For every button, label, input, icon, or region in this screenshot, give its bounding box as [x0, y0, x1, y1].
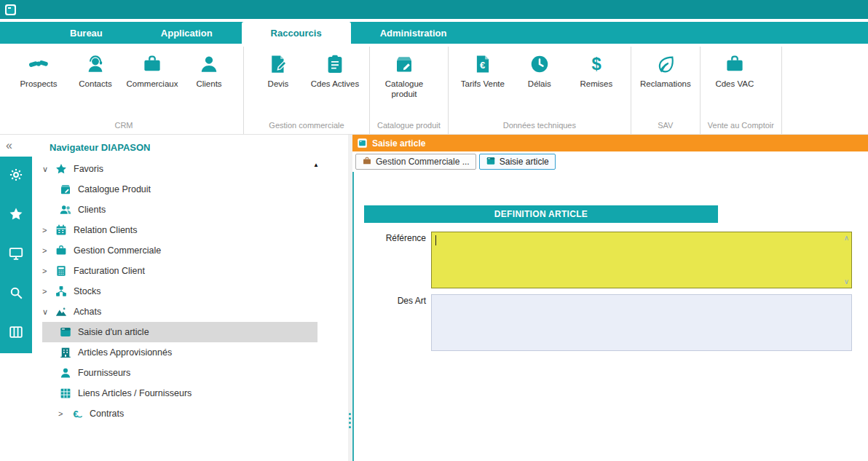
ribbon-group-label: Vente au Comptoir: [708, 119, 774, 134]
ribbon-item-commerciaux[interactable]: Commerciaux: [125, 50, 179, 90]
ribbon-tab-bureau[interactable]: Bureau: [41, 22, 132, 44]
tree-item-label: Achats: [74, 307, 101, 317]
chevron-right-icon[interactable]: >: [42, 287, 54, 296]
mountain-icon: [54, 304, 68, 319]
ribbon-item-label: Remises: [580, 79, 612, 90]
content-pane: Saisie article Gestion Commerciale ... S…: [352, 135, 868, 461]
navigator-tree: ∨ Favoris Catalogue Produit Clients > Re…: [32, 159, 348, 424]
tree-item-label: Facturation Client: [74, 266, 145, 276]
monitor-icon: [8, 245, 24, 264]
star-icon: [8, 206, 24, 225]
ribbon-tab-raccourcis[interactable]: Raccourcis: [242, 22, 351, 44]
tree-item-gestion-commerciale[interactable]: > Gestion Commerciale: [42, 240, 317, 261]
chevron-right-icon[interactable]: >: [42, 267, 54, 275]
tree-item-liens-articles-fournisseurs[interactable]: Liens Articles / Fournisseurs: [42, 383, 317, 403]
tree-item-facturation-client[interactable]: > Facturation Client: [42, 261, 317, 281]
calendar-icon: [54, 223, 68, 237]
sidebar-item-settings[interactable]: [0, 157, 32, 196]
ribbon-tab-application[interactable]: Application: [132, 22, 242, 44]
tree-item-label: Saisie d'un article: [78, 327, 149, 337]
des-art-input[interactable]: [431, 294, 852, 351]
euro-document-icon: [472, 51, 494, 77]
ribbon-group-catalogue-produit: Catalogue produit Catalogue produit: [370, 47, 449, 134]
sidebar-item-desktop[interactable]: [0, 235, 32, 275]
ribbon-item-reclamations[interactable]: Reclamations: [639, 50, 693, 90]
chevron-down-icon[interactable]: ∨: [42, 165, 54, 174]
scroll-down-icon[interactable]: ∨: [844, 278, 849, 285]
handshake-icon: [28, 51, 50, 77]
sidebar-item-favorites[interactable]: [0, 196, 32, 235]
tree-item-articles-approvisionnes[interactable]: Articles Approvisionnés: [42, 342, 317, 363]
tree-item-contrats[interactable]: > Contrats: [42, 403, 317, 424]
doc-tab-gestion-commerciale[interactable]: Gestion Commerciale ...: [355, 154, 476, 170]
field-row-des-art: Des Art: [354, 294, 868, 351]
chevron-right-icon[interactable]: >: [58, 409, 70, 418]
window-icon: [486, 156, 496, 168]
ribbon-item-tarifs-vente[interactable]: Tarifs Vente: [456, 50, 510, 90]
tree-item-favoris[interactable]: ∨ Favoris: [42, 159, 317, 179]
ribbon-group-donnees-techniques: Tarifs Vente Délais Remises Données tech…: [449, 47, 631, 134]
scrollbar-up-icon[interactable]: ▲: [313, 162, 319, 168]
tree-item-achats[interactable]: ∨ Achats: [42, 302, 317, 322]
doc-tab-label: Gestion Commerciale ...: [376, 157, 470, 167]
tree-item-label: Articles Approvisionnés: [78, 347, 172, 358]
scroll-up-icon[interactable]: ∧: [844, 235, 849, 242]
tree-item-stocks[interactable]: > Stocks: [42, 281, 317, 302]
tree-item-label: Gestion Commerciale: [74, 245, 161, 256]
tree-item-label: Clients: [78, 205, 106, 215]
tree-item-label: Liens Articles / Fournisseurs: [78, 388, 192, 398]
euro-icon: [70, 406, 84, 421]
ribbon-item-label: Cdes Actives: [311, 79, 359, 90]
document-pencil-icon: [267, 51, 289, 77]
tree-item-relation-clients[interactable]: > Relation Clients: [42, 220, 317, 240]
titlebar: [0, 0, 868, 19]
catalog-icon: [58, 182, 73, 197]
des-art-label: Des Art: [358, 294, 431, 351]
people-icon: [58, 202, 73, 217]
tree-item-catalogue-produit[interactable]: Catalogue Produit: [42, 179, 317, 200]
ribbon-group-sav: Reclamations SAV: [631, 47, 701, 134]
ribbon-tabs: Bureau Application Raccourcis Administra…: [0, 22, 868, 44]
ribbon-item-label: Commerciaux: [127, 79, 178, 90]
panel-splitter[interactable]: [348, 135, 352, 461]
form-area: DEFINITION ARTICLE Référence ∧ ∨ Des Art: [352, 172, 868, 461]
ribbon: Prospects Contacts Commerciaux Clients C…: [0, 44, 868, 135]
briefcase-icon: [141, 51, 163, 77]
ribbon-tab-administration[interactable]: Administration: [351, 22, 476, 44]
sidebar-item-layout[interactable]: [0, 314, 32, 353]
sidebar-item-search[interactable]: [0, 275, 32, 314]
person-icon: [198, 51, 220, 77]
collapse-panel-button[interactable]: «: [0, 135, 32, 157]
tree-item-label: Favoris: [74, 164, 103, 174]
ribbon-item-clients[interactable]: Clients: [182, 50, 236, 90]
clipboard-list-icon: [324, 51, 346, 77]
ribbon-item-delais[interactable]: Délais: [513, 50, 567, 90]
ribbon-group-label: Gestion commerciale: [251, 119, 362, 134]
ribbon-item-catalogue-produit[interactable]: Catalogue produit: [377, 50, 431, 100]
ribbon-item-label: Délais: [528, 79, 551, 90]
dollar-icon: [585, 51, 607, 77]
document-title: Saisie article: [372, 138, 425, 149]
ribbon-item-cdes-vac[interactable]: Cdes VAC: [708, 50, 762, 90]
ribbon-item-contacts[interactable]: Contacts: [68, 50, 122, 90]
ribbon-item-label: Catalogue produit: [377, 79, 431, 100]
tree-item-fournisseurs[interactable]: Fournisseurs: [42, 363, 317, 383]
main-area: « Navigateur DIAPASON ▲ ∨ Favoris Catalo…: [0, 135, 868, 461]
ribbon-item-label: Tarifs Vente: [461, 79, 505, 90]
chevron-right-icon[interactable]: >: [42, 246, 54, 255]
tree-item-clients[interactable]: Clients: [42, 200, 317, 220]
document-tabs: Gestion Commerciale ... Saisie article: [352, 151, 868, 172]
gear-icon: [8, 167, 24, 186]
reference-input[interactable]: ∧ ∨: [431, 232, 852, 288]
chevron-right-icon[interactable]: >: [42, 226, 54, 235]
ribbon-item-devis[interactable]: Devis: [251, 50, 305, 90]
ribbon-item-remises[interactable]: Remises: [569, 50, 623, 90]
chevron-down-icon[interactable]: ∨: [42, 307, 54, 317]
doc-tab-saisie-article[interactable]: Saisie article: [479, 154, 556, 170]
ribbon-item-cdes-actives[interactable]: Cdes Actives: [308, 50, 362, 90]
document-titlebar: Saisie article: [352, 135, 868, 151]
leaf-icon: [655, 51, 676, 77]
ribbon-item-prospects[interactable]: Prospects: [12, 50, 66, 90]
tree-item-saisie-dun-article[interactable]: Saisie d'un article: [42, 322, 317, 342]
window-icon: [357, 138, 368, 149]
